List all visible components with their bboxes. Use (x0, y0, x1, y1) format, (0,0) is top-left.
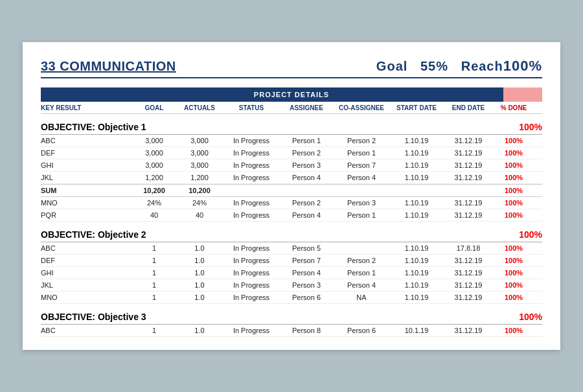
cell-status: In Progress (222, 211, 280, 219)
col-status: STATUS (222, 104, 280, 111)
cell-pct: 100% (494, 174, 533, 181)
cell-pct: 100% (494, 199, 533, 207)
cell-key: DEF (41, 257, 131, 264)
cell-actuals: 3,000 (177, 149, 222, 157)
cell-assignee: Person 4 (280, 269, 332, 277)
cell-start: 10.1.19 (391, 327, 442, 334)
cell-goal: 1 (131, 244, 177, 252)
cell-co-assignee: Person 2 (332, 257, 391, 264)
col-start-date: START DATE (391, 104, 442, 111)
data-row-obj1-1: ABC 3,000 3,000 In Progress Person 1 Per… (41, 135, 542, 147)
cell-goal: 24% (131, 199, 177, 207)
data-row-obj1-4: JKL 1,200 1,200 In Progress Person 4 Per… (41, 172, 542, 184)
cell-co-assignee: Person 4 (332, 281, 391, 289)
cell-pct: 100% (494, 161, 533, 169)
data-row-obj3-1: ABC 1 1.0 In Progress Person 8 Person 6 … (41, 325, 542, 337)
cell-key: JKL (41, 281, 131, 289)
cell-key: ABC (41, 244, 131, 252)
cell-pct: 100% (494, 257, 533, 264)
cell-assignee: Person 4 (280, 211, 332, 219)
cell-start: 1.10.19 (391, 244, 442, 252)
sum-goal: 10,200 (131, 187, 177, 194)
data-row-obj2-4: JKL 1 1.0 In Progress Person 3 Person 4 … (41, 279, 542, 292)
col-pct-done: % DONE (494, 104, 533, 111)
cell-pct: 100% (494, 269, 533, 277)
cell-actuals: 40 (177, 211, 222, 219)
cell-end: 31.12.19 (442, 174, 494, 181)
cell-key: GHI (41, 269, 131, 277)
cell-start: 1.10.19 (391, 137, 442, 144)
cell-status: In Progress (222, 294, 280, 301)
col-end-date: END DATE (442, 104, 494, 111)
cell-status: In Progress (222, 244, 280, 252)
project-details-label: PROJECT DETAILS (254, 91, 329, 98)
cell-key: JKL (41, 174, 131, 181)
cell-goal: 1 (131, 281, 177, 289)
cell-end: 31.12.19 (442, 149, 494, 157)
cell-pct: 100% (494, 281, 533, 289)
cell-end: 31.12.19 (442, 269, 494, 277)
cell-status: In Progress (222, 257, 280, 264)
cell-status: In Progress (222, 199, 280, 207)
cell-status: In Progress (222, 161, 280, 169)
cell-end: 31.12.19 (442, 294, 494, 301)
data-row-obj2-5: MNO 1 1.0 In Progress Person 6 NA 1.10.1… (41, 292, 542, 304)
cell-assignee: Person 6 (280, 294, 332, 301)
cell-assignee: Person 4 (280, 174, 332, 181)
cell-actuals: 1,200 (177, 174, 222, 181)
cell-end: 31.12.19 (442, 211, 494, 219)
cell-co-assignee: Person 4 (332, 174, 391, 181)
cell-key: ABC (41, 137, 131, 144)
column-headers: KEY RESULT GOAL ACTUALS STATUS ASSIGNEE … (41, 102, 542, 114)
cell-co-assignee: Person 1 (332, 211, 391, 219)
cell-pct: 100% (494, 294, 533, 301)
cell-co-assignee: Person 7 (332, 161, 391, 169)
cell-assignee: Person 5 (280, 244, 332, 252)
cell-goal: 3,000 (131, 137, 177, 144)
objective-label-3: OBJECTIVE: Objective 3 (41, 312, 146, 322)
cell-actuals: 1.0 (177, 281, 222, 289)
cell-co-assignee: Person 2 (332, 137, 391, 144)
cell-pct: 100% (494, 137, 533, 144)
cell-key: DEF (41, 149, 131, 157)
cell-status: In Progress (222, 174, 280, 181)
cell-end: 31.12.19 (442, 137, 494, 144)
cell-end: 31.12.19 (442, 199, 494, 207)
cell-assignee: Person 2 (280, 199, 332, 207)
cell-start: 1.10.19 (391, 294, 442, 301)
objectives-container: OBJECTIVE: Objective 1 100% ABC 3,000 3,… (41, 117, 542, 337)
header-row: 33 COMMUNICATION Goal 55% Reach100% (41, 58, 542, 78)
cell-status: In Progress (222, 137, 280, 144)
objective-pct-1: 100% (519, 122, 542, 132)
cell-co-assignee: Person 1 (332, 149, 391, 157)
cell-goal: 1 (131, 269, 177, 277)
cell-status: In Progress (222, 327, 280, 334)
cell-end: 31.12.19 (442, 327, 494, 334)
cell-key: GHI (41, 161, 131, 169)
pink-accent-box (503, 87, 542, 102)
cell-status: In Progress (222, 149, 280, 157)
sum-actuals: 10,200 (177, 187, 222, 194)
cell-start: 1.10.19 (391, 281, 442, 289)
cell-actuals: 24% (177, 199, 222, 207)
cell-end: 31.12.19 (442, 161, 494, 169)
cell-co-assignee: Person 1 (332, 269, 391, 277)
cell-goal: 1 (131, 327, 177, 334)
cell-actuals: 3,000 (177, 161, 222, 169)
cell-goal: 40 (131, 211, 177, 219)
col-goal: GOAL (131, 104, 177, 111)
cell-assignee: Person 3 (280, 161, 332, 169)
cell-assignee: Person 3 (280, 281, 332, 289)
objective-pct-2: 100% (519, 229, 542, 240)
cell-start: 1.10.19 (391, 174, 442, 181)
data-row-obj1-3: GHI 3,000 3,000 In Progress Person 3 Per… (41, 159, 542, 172)
data-row-obj2-3: GHI 1 1.0 In Progress Person 4 Person 1 … (41, 267, 542, 279)
objective-header-3: OBJECTIVE: Objective 3 100% (41, 306, 542, 325)
objective-label-2: OBJECTIVE: Objective 2 (41, 229, 146, 240)
cell-co-assignee: Person 6 (332, 327, 391, 334)
project-details-header: PROJECT DETAILS (41, 87, 542, 102)
cell-actuals: 1.0 (177, 294, 222, 301)
cell-actuals: 1.0 (177, 269, 222, 277)
document-title: 33 COMMUNICATION (41, 59, 176, 74)
cell-actuals: 1.0 (177, 244, 222, 252)
